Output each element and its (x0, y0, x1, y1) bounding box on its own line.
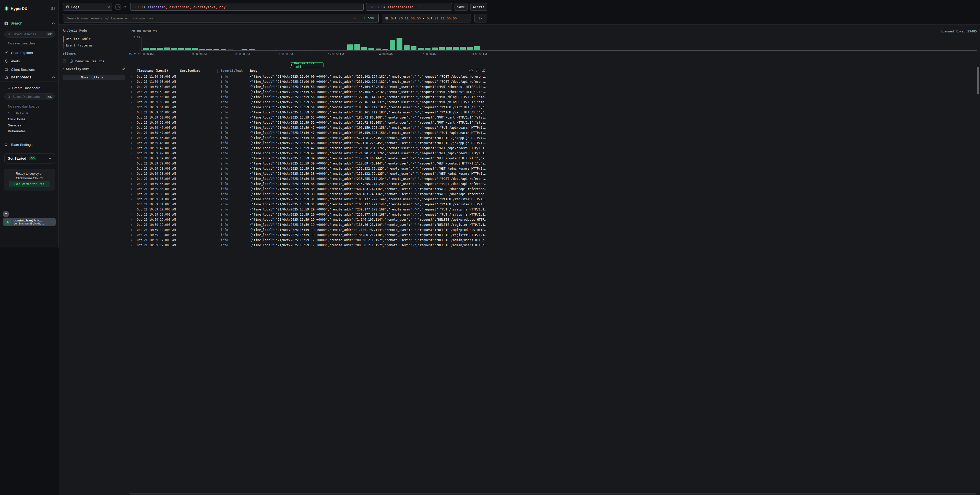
row-expand-icon[interactable]: › (131, 136, 137, 140)
table-row[interactable]: ›Oct 21 10:59:52.000 AMinfo{"time_local"… (129, 120, 490, 125)
chart-bar[interactable] (270, 50, 276, 51)
chart-bar[interactable] (411, 46, 417, 50)
table-row[interactable]: ›Oct 21 10:59:46.000 AMinfo{"time_local"… (129, 135, 490, 140)
table-row[interactable]: ›Oct 21 10:59:36.000 AMinfo{"time_local"… (129, 176, 490, 181)
chart-bar[interactable] (164, 48, 170, 50)
table-row[interactable]: ›Oct 21 10:59:47.000 AMinfo{"time_local"… (129, 125, 490, 130)
sidebar-item-alerts[interactable]: Alerts (4, 59, 55, 64)
row-expand-icon[interactable]: › (131, 157, 137, 160)
chart-bar[interactable] (305, 50, 311, 51)
table-row[interactable]: ›Oct 21 10:59:31.000 AMinfo{"time_local"… (129, 197, 490, 202)
wrap-text-icon[interactable] (476, 68, 479, 72)
table-row[interactable]: ›Oct 21 10:59:19.000 AMinfo{"time_local"… (129, 217, 490, 222)
chart-bar[interactable] (467, 47, 473, 50)
row-expand-icon[interactable]: › (131, 182, 137, 186)
row-expand-icon[interactable]: › (131, 202, 137, 206)
table-row[interactable]: ›Oct 21 10:59:58.000 AMinfo{"time_local"… (129, 84, 490, 89)
chart-bar[interactable] (446, 47, 452, 50)
chart-bar[interactable] (474, 46, 480, 50)
chart-bar[interactable] (192, 48, 198, 50)
table-row[interactable]: ›Oct 21 10:59:19.000 AMinfo{"time_local"… (129, 227, 490, 232)
table-row[interactable]: ›Oct 21 10:59:42.000 AMinfo{"time_local"… (129, 146, 490, 151)
row-expand-icon[interactable]: › (131, 244, 137, 247)
chart-bar[interactable] (143, 48, 149, 50)
chart-bar[interactable] (340, 50, 346, 51)
row-expand-icon[interactable]: › (131, 162, 137, 165)
table-row[interactable]: ›Oct 21 10:59:19.000 AMinfo{"time_local"… (129, 222, 490, 227)
chart-bar[interactable] (319, 50, 325, 51)
gear-icon[interactable]: ⚙ (122, 4, 128, 10)
denoise-checkbox[interactable] (63, 59, 67, 63)
save-button[interactable]: Save (455, 3, 468, 11)
row-expand-icon[interactable]: › (131, 95, 137, 99)
create-dashboard-button[interactable]: + Create Dashboard (8, 85, 55, 91)
table-row[interactable]: ›Oct 21 10:59:54.000 AMinfo{"time_local"… (129, 105, 490, 110)
resume-live-tail-button[interactable]: Resume Live Tail (290, 62, 323, 68)
mode-event-patterns[interactable]: Event Patterns (63, 42, 125, 49)
chart-bar[interactable] (333, 50, 339, 51)
row-expand-icon[interactable]: › (131, 126, 137, 129)
download-icon[interactable] (482, 68, 486, 72)
row-expand-icon[interactable]: › (131, 213, 137, 216)
table-row[interactable]: ›Oct 21 10:59:17.000 AMinfo{"time_local"… (129, 237, 490, 243)
preset-kubernetes[interactable]: Kubernetes (8, 129, 25, 133)
sidebar-section-dashboards[interactable]: Dashboards (4, 75, 55, 80)
table-row[interactable]: ›Oct 21 10:59:29.000 AMinfo{"time_local"… (129, 212, 490, 217)
get-started-free-button[interactable]: Get Started for Free (9, 181, 49, 187)
table-row[interactable]: ›Oct 21 10:59:52.000 AMinfo{"time_local"… (129, 115, 490, 120)
row-expand-icon[interactable]: › (131, 172, 137, 175)
chart-bar[interactable] (256, 50, 262, 51)
row-expand-icon[interactable]: › (131, 131, 137, 135)
chart-bar[interactable] (439, 47, 445, 50)
saved-searches-input[interactable]: Saved Searches ⌘K (4, 31, 55, 38)
select-columns-input[interactable]: SELECT Timestamp,ServiceName,SeverityTex… (130, 3, 364, 11)
time-range-picker[interactable]: Oct 20 11:00:00 - Oct 21 11:00:00 (382, 14, 471, 22)
chart-bar[interactable] (150, 48, 156, 50)
row-expand-icon[interactable]: › (131, 111, 137, 114)
chart-bar[interactable] (284, 50, 290, 51)
chart-bar[interactable] (396, 38, 402, 50)
chart-bar[interactable] (298, 50, 304, 51)
column-header-body[interactable]: Body (247, 69, 490, 73)
table-row[interactable]: ›Oct 21 11:00:00.000 AMinfo{"time_local"… (129, 74, 490, 79)
table-row[interactable]: ›Oct 21 10:59:29.000 AMinfo{"time_local"… (129, 207, 490, 212)
table-row[interactable]: ›Oct 21 11:00:00.000 AMinfo{"time_local"… (129, 79, 490, 84)
event-search-input[interactable]: Search your events w/ Lucene ex. column:… (63, 14, 379, 22)
table-row[interactable]: ›Oct 21 10:59:46.000 AMinfo{"time_local"… (129, 140, 490, 146)
sidebar-section-search[interactable]: Search (4, 21, 55, 25)
chart-bar[interactable] (235, 50, 240, 50)
chart-bar[interactable] (199, 49, 205, 50)
chart-bar[interactable] (157, 48, 163, 50)
chevron-up-icon[interactable] (52, 22, 55, 24)
chart-bar[interactable] (178, 48, 184, 50)
row-expand-icon[interactable]: › (131, 85, 137, 89)
chart-bar[interactable] (277, 50, 283, 51)
chart-bar[interactable] (185, 48, 191, 50)
row-expand-icon[interactable]: › (131, 121, 137, 124)
row-expand-icon[interactable]: › (131, 177, 137, 181)
table-row[interactable]: ›Oct 21 10:59:33.000 AMinfo{"time_local"… (129, 191, 490, 197)
row-expand-icon[interactable]: › (131, 167, 137, 170)
chart-bar[interactable] (213, 49, 220, 50)
row-expand-icon[interactable]: › (131, 233, 137, 237)
source-select[interactable]: Logs (63, 3, 112, 11)
help-button[interactable]: ? (3, 211, 9, 217)
table-row[interactable]: ›Oct 21 10:59:19.000 AMinfo{"time_local"… (129, 232, 490, 237)
chart-bar[interactable] (390, 40, 396, 50)
row-expand-icon[interactable]: › (131, 151, 137, 155)
row-expand-icon[interactable]: › (131, 228, 137, 232)
row-expand-icon[interactable]: › (131, 187, 137, 191)
chart-bars[interactable] (143, 37, 487, 50)
row-expand-icon[interactable]: › (131, 238, 137, 242)
json-view-icon[interactable]: </> (469, 68, 473, 72)
chart-bar[interactable] (375, 49, 382, 50)
denoise-results-toggle[interactable]: Denoise Results (63, 59, 104, 63)
row-expand-icon[interactable]: › (131, 208, 137, 211)
table-row[interactable]: ›Oct 21 10:59:36.000 AMinfo{"time_local"… (129, 181, 490, 186)
saved-dashboards-input[interactable]: Saved Dashboards ⌘K (4, 93, 55, 100)
sidebar-item-team-settings[interactable]: ⚙ Team Settings (4, 142, 55, 147)
table-row[interactable]: ›Oct 21 10:59:42.000 AMinfo{"time_local"… (129, 151, 490, 156)
chart-bar[interactable] (460, 47, 466, 50)
column-header-timestamp[interactable]: Timestamp (Local) (137, 69, 177, 73)
preset-clickhouse[interactable]: ClickHouse (8, 117, 25, 121)
